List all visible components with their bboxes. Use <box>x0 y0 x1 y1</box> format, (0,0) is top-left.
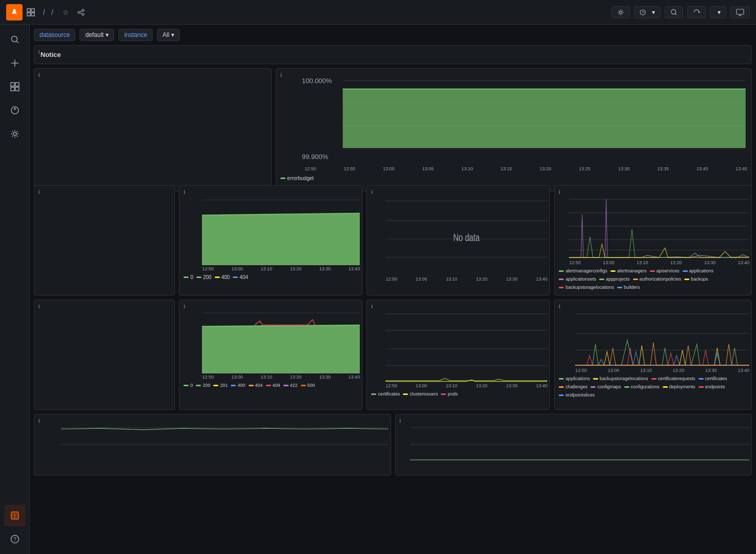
info-icon[interactable]: i <box>38 72 39 78</box>
write-sli-errors-title <box>367 300 549 306</box>
read-sli-requests-title <box>179 186 362 192</box>
legend-item-errorbudget: errorbudget <box>280 175 314 181</box>
svg-marker-87 <box>202 325 360 373</box>
svg-line-9 <box>80 13 82 14</box>
legend-we-clusterissuers: clusterissuers <box>403 391 438 397</box>
legend-alertmanagerconfigs: alertmanagerconfigs <box>559 268 607 273</box>
read-availability-title <box>34 186 174 192</box>
error-budget-chart: 100.000% 99.900% <box>302 75 747 166</box>
sidebar-item-help[interactable]: ? <box>4 528 26 550</box>
info-icon[interactable]: i <box>38 189 39 195</box>
svg-line-15 <box>676 13 677 15</box>
instance-dropdown[interactable]: All ▾ <box>157 29 180 41</box>
write-sli-duration-chart: 1.50 s 1 s 500 ms 0 s <box>575 306 749 367</box>
legend-w422: 422 <box>283 383 298 388</box>
svg-marker-55 <box>202 213 360 265</box>
read-availability-panel: i <box>34 185 175 295</box>
row3: i i 25 req/s 20 req/s 15 req/s 10 req/s … <box>34 300 752 410</box>
svg-rect-27 <box>15 87 19 91</box>
legend-appprojects: appprojects <box>599 276 630 282</box>
read-sli-errors-title <box>367 186 549 192</box>
work-queue-add-chart: 2.50 ops/s 0 <box>61 421 389 463</box>
legend-wd-apps: applications <box>559 376 590 381</box>
legend-400: 400 <box>215 274 230 280</box>
read-sli-requests-panel: i 30 req/s 25 req/s 20 req/s 15 req/s 10… <box>179 185 362 295</box>
legend-wd-certs: certificates <box>699 376 727 381</box>
write-availability-title <box>34 300 174 306</box>
read-sli-requests-chart: 30 req/s 25 req/s 20 req/s 15 req/s 10 r… <box>202 192 360 265</box>
legend-we-pods: pods <box>441 391 458 397</box>
svg-point-33 <box>14 517 15 518</box>
write-sli-requests-chart: 25 req/s 20 req/s 15 req/s 10 req/s 5 re… <box>202 306 360 373</box>
chevron-icon: ▾ <box>171 31 174 38</box>
svg-point-6 <box>78 11 80 13</box>
legend-w0: 0 <box>183 383 193 388</box>
tv-mode-button[interactable] <box>730 6 750 18</box>
settings-button[interactable] <box>611 6 630 18</box>
svg-marker-42 <box>343 89 746 148</box>
svg-point-14 <box>671 9 676 14</box>
legend-backupstoragelocations: backupstoragelocations <box>559 285 614 290</box>
work-queue-depth-chart: 1 0 <box>410 421 750 463</box>
legend-applications: applications <box>683 268 714 273</box>
svg-rect-24 <box>11 83 14 86</box>
svg-point-29 <box>13 132 16 135</box>
availability-panel: i <box>34 68 272 191</box>
refresh-rate-button[interactable]: ▾ <box>710 6 726 18</box>
nav-right: ▾ ▾ <box>611 6 750 18</box>
legend-we-certs: certificates <box>371 391 400 397</box>
info-icon[interactable]: i <box>38 303 39 309</box>
legend-w200: 200 <box>196 383 210 388</box>
svg-text:No data: No data <box>454 232 480 244</box>
write-sli-requests-title <box>179 300 362 306</box>
svg-point-10 <box>620 11 622 13</box>
sidebar-item-search[interactable] <box>4 29 26 50</box>
legend-0: 0 <box>183 274 193 280</box>
work-queue-depth-panel: i 1 0 <box>395 414 752 476</box>
grid-icon <box>27 8 35 16</box>
sidebar-item-add[interactable] <box>4 52 26 74</box>
work-queue-depth-title <box>396 414 752 421</box>
sidebar-item-explore[interactable] <box>4 100 26 121</box>
legend-builders: builders <box>617 285 640 290</box>
write-sli-requests-panel: i 25 req/s 20 req/s 15 req/s 10 req/s 5 … <box>179 300 362 410</box>
svg-rect-2 <box>31 9 34 12</box>
star-button[interactable]: ☆ <box>60 6 71 18</box>
svg-line-21 <box>16 41 18 43</box>
notice-panel: i Notice <box>34 45 752 64</box>
svg-text:100.000%: 100.000% <box>302 78 332 85</box>
filter-bar: datasourcedefault ▾instanceAll ▾ <box>34 29 752 41</box>
legend-applicationsets: applicationsets <box>559 276 596 282</box>
availability-title <box>34 69 271 75</box>
search-button[interactable] <box>665 6 683 18</box>
sidebar-item-alerts[interactable] <box>4 505 26 526</box>
refresh-button[interactable] <box>687 6 706 18</box>
datasource-dropdown[interactable]: default ▾ <box>79 29 114 41</box>
info-icon[interactable]: i <box>38 49 39 55</box>
availability-value <box>152 123 153 131</box>
write-sli-errors-chart: 100% 75% 50% 25% 0% <box>385 306 547 382</box>
top-nav: / / ☆ ▾ ▾ <box>0 0 756 25</box>
read-sli-duration-chart: 5 s 4 s 3 s 2 s 1 s 0 s <box>569 192 749 259</box>
datasource-value: default <box>85 31 104 38</box>
time-range-button[interactable]: ▾ <box>634 6 661 18</box>
svg-rect-1 <box>27 9 30 12</box>
sidebar-item-settings[interactable] <box>4 123 26 145</box>
sidebar-item-dashboards[interactable] <box>4 76 26 97</box>
legend-wd-endpointslices: endpointslices <box>559 392 595 398</box>
row2: i i 30 req/s 25 req/s 20 req/s 15 req/s … <box>34 185 752 295</box>
svg-line-8 <box>80 11 82 12</box>
chevron-icon: ▾ <box>106 31 109 38</box>
read-sli-errors-chart: 100% 75% 50% 25% 0% No data <box>385 192 547 275</box>
legend-wd-configmaps: configmaps <box>590 384 621 389</box>
share-button[interactable] <box>75 7 87 18</box>
legend-wd-deployments: deployments <box>663 384 696 389</box>
row1: i i 100.000% 99.900% <box>34 68 752 181</box>
chevron-icon: ▾ <box>652 9 655 16</box>
row4: i 2.50 ops/s 0 i 1 0 <box>34 414 752 476</box>
main-content: datasourcedefault ▾instanceAll ▾ // Fix … <box>30 25 756 554</box>
work-queue-add-rate-panel: i 2.50 ops/s 0 <box>34 414 391 476</box>
svg-point-20 <box>11 36 17 42</box>
write-availability-panel: i <box>34 300 175 410</box>
read-sli-errors-panel: i 100% 75% 50% 25% 0% No data 12:5013:00… <box>366 185 550 295</box>
